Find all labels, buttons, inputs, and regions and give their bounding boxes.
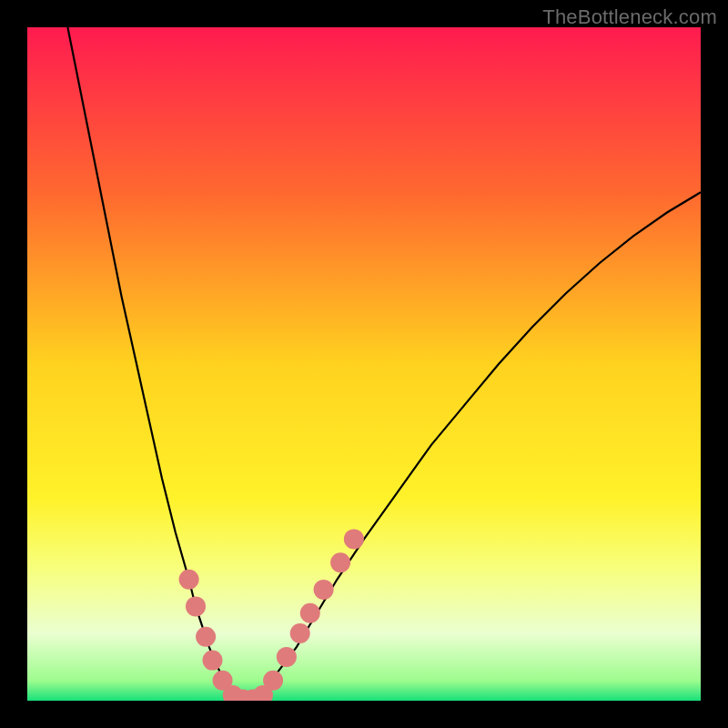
marker-bead bbox=[196, 627, 216, 647]
chart-container: TheBottleneck.com bbox=[0, 0, 728, 728]
marker-bead bbox=[179, 570, 199, 590]
marker-bead bbox=[186, 596, 206, 616]
gradient-background bbox=[27, 27, 701, 701]
marker-bead bbox=[314, 580, 334, 600]
marker-bead bbox=[290, 623, 310, 643]
marker-bead bbox=[300, 603, 320, 623]
marker-bead bbox=[344, 529, 364, 549]
marker-bead bbox=[203, 651, 223, 671]
watermark-text: TheBottleneck.com bbox=[542, 5, 717, 29]
marker-bead bbox=[263, 671, 283, 691]
chart-svg bbox=[27, 27, 701, 701]
marker-bead bbox=[277, 647, 297, 667]
marker-bead bbox=[330, 552, 350, 572]
plot-area bbox=[27, 27, 701, 701]
